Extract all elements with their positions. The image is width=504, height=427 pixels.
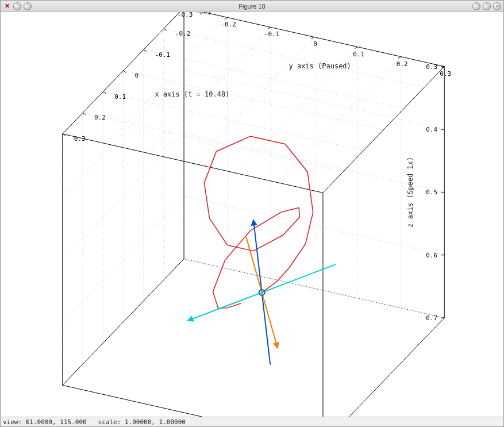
svg-text:-0.1: -0.1: [155, 51, 171, 59]
svg-text:z axis (Speed 1x): z axis (Speed 1x): [406, 157, 414, 228]
app-icon: ✕: [3, 2, 11, 10]
svg-line-5: [63, 386, 323, 417]
svg-text:-0.3: -0.3: [178, 12, 193, 18]
titlebar-button-down[interactable]: ˅: [24, 2, 32, 10]
svg-line-89: [103, 92, 106, 94]
svg-line-83: [164, 29, 167, 30]
status-view-label: view:: [3, 418, 22, 426]
plot-area[interactable]: 0.30.40.50.60.7-0.3-0.2-0.100.10.20.3-0.…: [1, 12, 503, 417]
svg-text:0: 0: [134, 72, 138, 79]
svg-line-16: [103, 92, 363, 151]
svg-text:-0.2: -0.2: [175, 30, 191, 37]
status-scale-comma: ,: [151, 418, 155, 426]
titlebar[interactable]: ✕ ˄ ˅ Figure 10 ˅ ˄ ×: [1, 1, 503, 12]
svg-text:0.2: 0.2: [397, 60, 408, 68]
svg-line-85: [144, 50, 147, 52]
svg-line-34: [184, 71, 444, 129]
svg-line-69: [225, 18, 228, 20]
svg-text:0: 0: [313, 41, 317, 48]
maximize-button[interactable]: ˄: [483, 2, 491, 10]
svg-line-33: [184, 12, 444, 67]
svg-line-71: [268, 28, 271, 29]
svg-text:-0.2: -0.2: [221, 21, 236, 29]
svg-line-13: [164, 29, 424, 87]
titlebar-button-up[interactable]: ˄: [13, 2, 21, 10]
svg-line-19: [63, 12, 184, 134]
svg-line-75: [355, 47, 357, 49]
svg-line-73: [311, 37, 314, 39]
svg-marker-55: [188, 317, 193, 321]
svg-line-87: [123, 71, 126, 72]
status-view-az: 115.000: [60, 418, 86, 426]
svg-text:y axis (Paused): y axis (Paused): [288, 63, 351, 71]
window-title: Figure 10: [32, 3, 472, 10]
svg-text:0.6: 0.6: [426, 252, 437, 259]
svg-line-0: [63, 12, 184, 134]
svg-text:-0.3: -0.3: [195, 12, 211, 16]
svg-line-35: [184, 133, 444, 192]
svg-text:0.3: 0.3: [426, 63, 437, 71]
status-view-comma: ,: [52, 418, 56, 426]
status-scale-y: 1.00000: [159, 418, 186, 426]
svg-line-12: [184, 12, 444, 67]
svg-text:0.3: 0.3: [74, 135, 86, 143]
svg-marker-53: [274, 343, 279, 348]
svg-text:-0.1: -0.1: [264, 31, 280, 39]
status-scale-x: 1.00000: [125, 418, 151, 426]
svg-line-6: [323, 318, 444, 417]
minimize-button[interactable]: ˅: [472, 2, 480, 10]
svg-text:0.1: 0.1: [114, 93, 126, 101]
svg-text:0.5: 0.5: [426, 189, 437, 197]
svg-line-91: [83, 113, 86, 115]
svg-line-14: [144, 50, 404, 109]
status-scale-label: scale:: [98, 418, 121, 426]
svg-line-37: [184, 259, 444, 318]
svg-line-77: [398, 57, 401, 59]
titlebar-left: ✕ ˄ ˅: [3, 2, 32, 10]
svg-text:0.7: 0.7: [426, 314, 437, 322]
figure-window: ✕ ˄ ˅ Figure 10 ˅ ˄ × 0.30.40.50.60.7-0.…: [0, 0, 504, 427]
svg-line-17: [83, 113, 343, 172]
statusbar: view: 61.0000 , 115.000 scale: 1.00000 ,…: [1, 417, 503, 426]
svg-line-3: [184, 12, 444, 67]
svg-line-54: [188, 264, 336, 321]
svg-text:0.4: 0.4: [426, 126, 437, 133]
svg-text:0.2: 0.2: [94, 114, 106, 122]
close-button[interactable]: ×: [493, 2, 501, 10]
svg-line-47: [63, 133, 184, 260]
svg-text:0.3: 0.3: [440, 70, 451, 78]
status-view-el: 61.0000: [26, 418, 52, 426]
svg-line-45: [63, 12, 184, 134]
svg-line-20: [106, 18, 227, 144]
svg-line-22: [193, 37, 314, 164]
plot-svg: 0.30.40.50.60.7-0.3-0.2-0.100.10.20.3-0.…: [1, 12, 503, 417]
svg-marker-51: [252, 221, 256, 225]
svg-text:0.1: 0.1: [353, 51, 364, 58]
titlebar-right: ˅ ˄ ×: [472, 2, 501, 10]
svg-line-24: [279, 57, 401, 183]
svg-text:x axis (t = 10.48): x axis (t = 10.48): [155, 90, 229, 98]
